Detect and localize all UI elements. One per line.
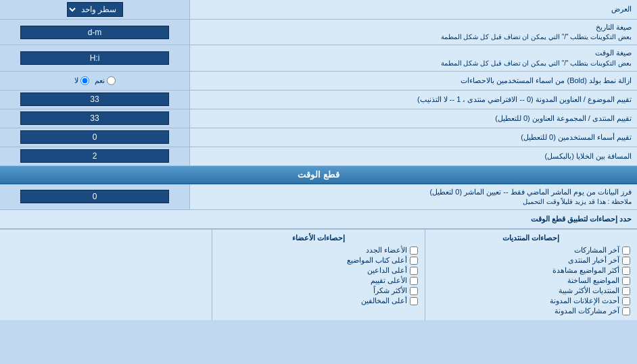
cell-spacing-input-cell: [0, 147, 189, 165]
bold-yes-label[interactable]: نعم: [95, 76, 116, 85]
cb-most-viewed[interactable]: [622, 267, 630, 275]
stats-limit-label: حدد إحصاءات لتطبيق قطع الوقت: [531, 215, 632, 224]
cb-top-inviters: أعلى الداعين: [219, 265, 417, 276]
date-format-input-cell: [0, 20, 189, 45]
date-format-input[interactable]: [20, 26, 169, 39]
time-format-input-cell: [0, 45, 189, 70]
timecut-section-header: قطع الوقت: [0, 166, 637, 184]
cb-new-members: الأعضاء الجدد: [219, 245, 417, 255]
cb-last-blog-posts[interactable]: [622, 307, 630, 315]
cb-most-similar[interactable]: [622, 287, 630, 295]
cb-top-violations-cb[interactable]: [410, 297, 418, 305]
forum-sort-label: تقييم المنتدى / المجموعة العناوين (0 للت…: [495, 113, 632, 124]
cb-top-writers-cb[interactable]: [410, 257, 418, 265]
stats-col-members: إحصاءات الأعضاء الأعضاء الجدد أعلى كتاب …: [212, 230, 424, 320]
stats-col-forums: إحصاءات المنتديات آخر المشاركات آخر أخبا…: [425, 230, 637, 320]
cb-hot-topics[interactable]: [622, 277, 630, 285]
display-label: العرض: [189, 0, 637, 19]
cb-last-posts[interactable]: [622, 246, 630, 255]
cb-item-3: أكثر المواضيع مشاهدة: [432, 265, 630, 276]
single-line-cell: سطر واحد: [0, 0, 189, 19]
bold-remove-label: ازالة نمط بولد (Bold) من اسماء المستخدمي…: [461, 76, 632, 86]
forum-sort-label-cell: تقييم المنتدى / المجموعة العناوين (0 للت…: [189, 109, 637, 128]
stats-col-empty: [0, 230, 212, 320]
cb-most-thanked-cb[interactable]: [410, 287, 418, 295]
timecut-filter-label: فرز البيانات من يوم الماشر الماضي فقط --…: [430, 187, 632, 197]
cb-top-rated: الأعلى تقييم: [219, 276, 417, 286]
time-format-label: صيغة الوقت: [441, 48, 632, 58]
timecut-note: ملاحظة : هذا قد يزيد قليلاً وقت التحميل: [430, 197, 632, 207]
timecut-input-cell: [0, 184, 189, 209]
forum-sort-input-cell: [0, 109, 189, 128]
user-sort-label: تقييم أسماء المستخدمين (0 للتعطيل): [521, 132, 632, 142]
cb-latest-ads[interactable]: [622, 297, 630, 305]
date-format-note: بعض التكوينات يتطلب "/" التي يمكن ان تضا…: [441, 32, 632, 42]
cb-item-1: آخر المشاركات: [432, 245, 630, 255]
cb-item-2: آخر أخبار المنتدى: [432, 255, 630, 265]
user-sort-input[interactable]: [20, 130, 169, 144]
time-format-label-cell: صيغة الوقت بعض التكوينات يتطلب "/" التي …: [189, 45, 637, 70]
bold-no-radio[interactable]: [80, 76, 89, 85]
cb-item-6: أحدث الإعلانات المدونة: [432, 296, 630, 306]
cb-item-5: المنتديات الأكثر شبية: [432, 286, 630, 296]
date-format-label-cell: صيغة التاريخ بعض التكوينات يتطلب "/" الت…: [189, 20, 637, 45]
bold-remove-input-cell: نعم لا: [0, 72, 189, 90]
forum-sort-input[interactable]: [20, 111, 169, 125]
bold-remove-radio-group: نعم لا: [74, 76, 116, 85]
cell-spacing-label-cell: المسافة بين الخلايا (بالبكسل): [189, 147, 637, 165]
subject-sort-label-cell: تقييم الموضوع / العناوين المدونة (0 -- ا…: [189, 90, 637, 109]
subject-sort-input[interactable]: [20, 93, 169, 106]
cb-item-4: المواضيع الساخنة: [432, 276, 630, 286]
cb-top-inviters-cb[interactable]: [410, 267, 418, 275]
cb-top-violations: أعلى المخالفين: [219, 296, 417, 306]
stats-col-members-header: إحصاءات الأعضاء: [219, 234, 417, 242]
time-format-input[interactable]: [20, 51, 169, 65]
subject-sort-label: تقييم الموضوع / العناوين المدونة (0 -- ا…: [417, 95, 632, 105]
timecut-label-cell: فرز البيانات من يوم الماشر الماضي فقط --…: [189, 184, 637, 209]
cell-spacing-label: المسافة بين الخلايا (بالبكسل): [545, 151, 632, 161]
user-sort-label-cell: تقييم أسماء المستخدمين (0 للتعطيل): [189, 128, 637, 147]
bold-yes-radio[interactable]: [107, 76, 116, 85]
cb-top-writers: أعلى كتاب المواضيع: [219, 255, 417, 265]
bold-no-label[interactable]: لا: [74, 76, 89, 85]
single-line-select[interactable]: سطر واحد: [67, 2, 123, 17]
timecut-input[interactable]: [20, 190, 169, 203]
bold-remove-label-cell: ازالة نمط بولد (Bold) من اسماء المستخدمي…: [189, 72, 637, 90]
stats-limit-label-cell: حدد إحصاءات لتطبيق قطع الوقت: [0, 210, 637, 228]
title-text: العرض: [611, 4, 632, 14]
cb-last-news[interactable]: [622, 257, 630, 265]
stats-col-forums-header: إحصاءات المنتديات: [432, 234, 630, 242]
subject-sort-input-cell: [0, 90, 189, 109]
cb-new-members-cb[interactable]: [410, 246, 418, 255]
cb-item-7: آخر مشاركات المدونة: [432, 306, 630, 316]
cb-most-thanked: الأكثر شكراً: [219, 286, 417, 296]
date-format-label: صيغة التاريخ: [441, 22, 632, 32]
user-sort-input-cell: [0, 128, 189, 147]
cb-top-rated-cb[interactable]: [410, 277, 418, 285]
time-format-note: بعض التكوينات يتطلب "/" التي يمكن ان تضا…: [441, 59, 632, 68]
cell-spacing-input[interactable]: [20, 149, 169, 163]
